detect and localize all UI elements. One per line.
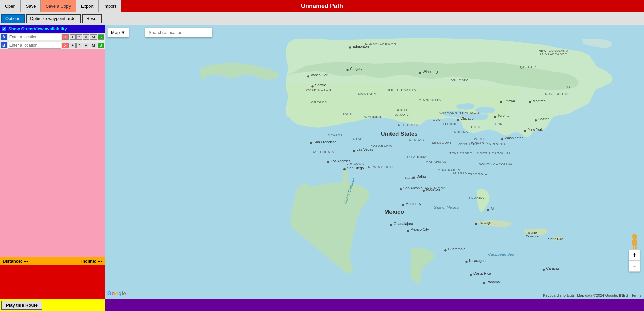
svg-text:OKLAHOMA: OKLAHOMA bbox=[406, 155, 427, 159]
streetview-label: Show StreetView availability bbox=[8, 26, 67, 31]
svg-point-102 bbox=[543, 269, 545, 271]
waypoint-v-b[interactable]: V bbox=[83, 43, 89, 48]
svg-text:Nicaragua: Nicaragua bbox=[469, 259, 486, 263]
svg-text:Calgary: Calgary bbox=[350, 66, 363, 71]
svg-text:UTAH: UTAH bbox=[353, 137, 363, 141]
waypoint-up-a[interactable]: ^ bbox=[76, 34, 82, 40]
waypoint-s-a[interactable]: S bbox=[98, 34, 104, 40]
waypoint-m-b[interactable]: M bbox=[90, 43, 97, 48]
svg-point-64 bbox=[524, 130, 526, 132]
svg-text:NEBRASKA: NEBRASKA bbox=[398, 123, 418, 127]
map-type-button[interactable]: Map ▼ bbox=[107, 28, 129, 37]
svg-text:San Antonio: San Antonio bbox=[403, 186, 423, 190]
options-button[interactable]: Options bbox=[1, 14, 25, 23]
svg-rect-119 bbox=[632, 240, 634, 245]
keyboard-shortcuts-link[interactable]: Keyboard shortcuts bbox=[543, 293, 575, 297]
svg-point-115 bbox=[632, 234, 637, 239]
search-input[interactable] bbox=[145, 28, 212, 37]
svg-text:SOUTH CAROLINA: SOUTH CAROLINA bbox=[479, 162, 513, 166]
svg-point-88 bbox=[407, 230, 409, 232]
svg-text:Edmonton: Edmonton bbox=[353, 44, 369, 48]
svg-point-56 bbox=[500, 101, 502, 103]
svg-point-48 bbox=[346, 69, 348, 71]
waypoint-v-a[interactable]: V bbox=[83, 34, 89, 40]
waypoint-remove-b[interactable]: X bbox=[62, 43, 68, 48]
zoom-in-button[interactable]: + bbox=[629, 250, 640, 261]
svg-text:Boston: Boston bbox=[538, 117, 549, 121]
play-route-button[interactable]: Play this Route bbox=[1, 301, 42, 310]
svg-text:Domingo: Domingo bbox=[526, 234, 539, 238]
svg-text:MISSISSIPPI: MISSISSIPPI bbox=[437, 168, 460, 171]
streetview-checkbox[interactable] bbox=[2, 27, 6, 31]
zoom-out-button[interactable]: − bbox=[629, 261, 640, 271]
svg-text:Panama: Panama bbox=[487, 280, 500, 284]
svg-point-98 bbox=[470, 274, 472, 276]
svg-text:Caribbean Sea: Caribbean Sea bbox=[488, 252, 514, 256]
svg-point-52 bbox=[307, 75, 309, 77]
optimize-button[interactable]: Optimize waypoint order bbox=[26, 14, 81, 23]
play-route-bar: Play this Route bbox=[0, 299, 105, 311]
svg-text:MICHIGAN: MICHIGAN bbox=[460, 111, 479, 115]
waypoint-row-a: A X + ^ V M S bbox=[0, 33, 105, 41]
svg-text:Miami: Miami bbox=[491, 207, 500, 211]
waypoint-input-b[interactable] bbox=[8, 42, 62, 49]
export-button[interactable]: Export bbox=[76, 0, 99, 12]
svg-text:San Francisco: San Francisco bbox=[314, 140, 337, 144]
waypoint-add-b[interactable]: + bbox=[70, 43, 76, 48]
svg-text:ARKANSAS: ARKANSAS bbox=[426, 160, 447, 163]
svg-text:SOUTH: SOUTH bbox=[396, 108, 409, 112]
reset-button[interactable]: Reset bbox=[82, 14, 102, 23]
svg-point-62 bbox=[457, 119, 459, 121]
svg-text:WEST: WEST bbox=[474, 137, 485, 141]
svg-text:Santo: Santo bbox=[528, 231, 537, 234]
svg-point-100 bbox=[483, 282, 485, 284]
svg-text:GEORGIA: GEORGIA bbox=[470, 172, 488, 176]
svg-text:TENNESSEE: TENNESSEE bbox=[449, 151, 472, 155]
import-button[interactable]: Import bbox=[98, 0, 121, 12]
svg-text:QUEBEC: QUEBEC bbox=[520, 65, 536, 69]
svg-text:WASHINGTON: WASHINGTON bbox=[306, 88, 331, 91]
svg-text:Caracas: Caracas bbox=[546, 266, 560, 270]
svg-text:IDAHO: IDAHO bbox=[340, 112, 353, 116]
search-box bbox=[145, 28, 212, 37]
open-button[interactable]: Open bbox=[0, 0, 21, 12]
svg-point-66 bbox=[535, 119, 537, 121]
svg-text:NEW MEXICO: NEW MEXICO bbox=[368, 165, 393, 169]
svg-text:OHIO: OHIO bbox=[471, 125, 481, 129]
svg-text:ONTARIO: ONTARIO bbox=[451, 78, 468, 81]
waypoint-input-a[interactable] bbox=[8, 34, 62, 40]
svg-text:Cuba: Cuba bbox=[488, 222, 497, 226]
svg-text:NEWFOUNDLAND: NEWFOUNDLAND bbox=[539, 49, 568, 52]
main-toolbar: Open Save Save a Copy Export Import Unna… bbox=[0, 0, 644, 12]
svg-text:Ottawa: Ottawa bbox=[504, 99, 515, 103]
save-copy-button[interactable]: Save a Copy bbox=[41, 0, 76, 12]
terms-link[interactable]: Terms bbox=[631, 293, 641, 297]
elevation-chart bbox=[0, 265, 105, 299]
waypoint-remove-a[interactable]: X bbox=[62, 34, 68, 40]
svg-text:PENN: PENN bbox=[492, 122, 503, 126]
svg-point-58 bbox=[529, 101, 531, 103]
svg-text:Chicago: Chicago bbox=[460, 116, 473, 120]
sidebar: Show StreetView availability A X + ^ V M… bbox=[0, 25, 105, 311]
svg-text:Guatemala: Guatemala bbox=[448, 247, 465, 251]
svg-text:DAKOTA: DAKOTA bbox=[395, 113, 410, 116]
svg-point-96 bbox=[465, 261, 467, 263]
svg-text:INDIANA: INDIANA bbox=[453, 130, 468, 134]
waypoint-m-a[interactable]: M bbox=[90, 34, 97, 40]
svg-text:Montreal: Montreal bbox=[533, 99, 547, 103]
waypoint-s-b[interactable]: S bbox=[98, 43, 104, 48]
streetview-row: Show StreetView availability bbox=[0, 25, 105, 33]
svg-point-94 bbox=[444, 249, 446, 251]
svg-text:Puerto Rico: Puerto Rico bbox=[547, 237, 563, 241]
svg-text:NORTH DAKOTA: NORTH DAKOTA bbox=[386, 88, 416, 92]
waypoint-add-a[interactable]: + bbox=[70, 34, 76, 40]
svg-text:MISSOURI: MISSOURI bbox=[432, 141, 451, 144]
svg-text:AND LABRADOR: AND LABRADOR bbox=[540, 52, 567, 56]
save-button[interactable]: Save bbox=[21, 0, 41, 12]
route-list-area bbox=[0, 49, 105, 257]
svg-text:New York: New York bbox=[528, 127, 543, 131]
map-container[interactable]: United States Mexico MONTANA OREGON WASH… bbox=[105, 25, 644, 299]
svg-point-90 bbox=[390, 224, 392, 226]
svg-point-84 bbox=[487, 209, 489, 211]
waypoint-up-b[interactable]: ^ bbox=[76, 43, 82, 48]
